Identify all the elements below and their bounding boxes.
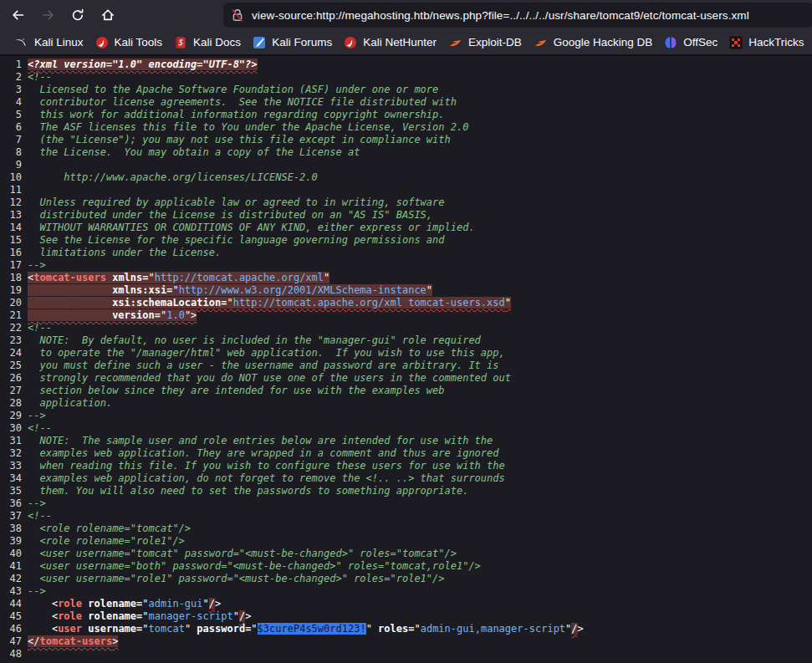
code-token: " (251, 623, 257, 635)
line-number: 14 (0, 222, 28, 234)
code-token: " (203, 598, 209, 609)
source-line: 7 (the "License"); you may not use this … (0, 134, 812, 146)
source-line: 17--> (0, 259, 812, 272)
line-number: 16 (0, 247, 28, 259)
code-token: username= (82, 623, 142, 635)
line-code: <role rolename="manager-script"/> (28, 610, 251, 623)
back-button[interactable] (5, 3, 30, 27)
code-token: > (245, 610, 251, 622)
source-line: 8 the License. You may obtain a copy of … (0, 146, 812, 159)
line-code: limitations under the License. (28, 247, 221, 259)
source-line: 36--> (0, 497, 812, 510)
line-number: 2 (0, 71, 28, 84)
home-button[interactable] (95, 3, 120, 27)
line-code: WITHOUT WARRANTIES OR CONDITIONS OF ANY … (28, 222, 475, 234)
bookmark-label: Kali Docs (193, 36, 241, 48)
line-number: 33 (0, 460, 28, 472)
line-number: 35 (0, 485, 28, 497)
bookmark-item-kali-linux[interactable]: Kali Linux (8, 33, 89, 52)
bookmark-item-hacktricks[interactable]: HackTricks (723, 33, 809, 52)
code-token: <?xml version="1.0" encoding="UTF-8"?> (28, 59, 258, 70)
code-token: <!-- (28, 71, 52, 83)
source-line: 26 strongly recommended that you do NOT … (0, 372, 812, 385)
bookmark-label: Kali NetHunter (363, 36, 437, 48)
forward-button[interactable] (35, 3, 60, 27)
code-token: Unless required by applicable law or agr… (28, 196, 445, 208)
source-line: 31 NOTE: The sample user and role entrie… (0, 435, 812, 447)
code-token: NOTE: The sample user and role entries b… (28, 435, 493, 446)
bookmark-item-exploit-db[interactable]: Exploit-DB (442, 33, 528, 52)
line-code: <!-- (28, 71, 52, 84)
source-line: 15 See the License for the specific lang… (0, 234, 812, 247)
insecure-lock-icon[interactable] (231, 8, 244, 23)
code-token: distributed under the License is distrib… (28, 209, 432, 221)
source-line: 10 http://www.apache.org/licenses/LICENS… (0, 171, 812, 184)
source-line: 48 (0, 648, 812, 660)
source-line: 42 <user username="role1" password="<mus… (0, 573, 812, 585)
code-token: " (324, 272, 329, 283)
bookmark-item-kali-forums[interactable]: Kali Forums (247, 33, 338, 52)
line-code: to operate the "/manager/html" web appli… (28, 347, 505, 360)
line-number: 37 (0, 510, 28, 523)
source-line: 46 <user username="tomcat" password="$3c… (0, 623, 812, 635)
bookmark-item-kali-docs[interactable]: Kali Docs (168, 33, 247, 52)
code-token: this work for additional information reg… (28, 109, 445, 120)
line-code: examples web application. They are wrapp… (28, 447, 499, 460)
line-code: <role rolename="role1"/> (28, 535, 185, 548)
line-number: 41 (0, 560, 28, 573)
line-number: 46 (0, 623, 28, 635)
source-line: 22<!-- (0, 322, 812, 334)
code-token: <user username="role1" password="<must-b… (28, 573, 445, 584)
hacktricks-icon (729, 36, 743, 49)
source-line: 29--> (0, 410, 812, 422)
line-code: <!-- (28, 422, 52, 435)
line-code: strongly recommended that you do NOT use… (28, 372, 511, 385)
bookmark-item-kali-tools[interactable]: Kali Tools (89, 33, 169, 52)
line-number: 12 (0, 196, 28, 209)
exploit-db-icon (448, 36, 462, 49)
source-line: 4 contributor license agreements. See th… (0, 96, 812, 109)
line-code: Licensed to the Apache Software Foundati… (28, 84, 438, 96)
code-token: (the "License"); you may not use this fi… (28, 134, 451, 145)
line-number: 40 (0, 548, 28, 560)
reload-button[interactable] (65, 3, 90, 27)
bookmark-item-ghdb[interactable]: Google Hacking DB (528, 33, 659, 52)
line-number: 36 (0, 497, 28, 510)
code-token: contributor license agreements. See the … (28, 96, 457, 108)
code-token: tomcat-users (33, 272, 106, 283)
code-token: " (233, 610, 239, 622)
line-code: <role rolename="tomcat"/> (28, 523, 191, 535)
bookmark-label: OffSec (683, 36, 718, 48)
code-token: --> (28, 410, 46, 421)
bookmark-item-offsec[interactable]: OffSec (658, 33, 723, 52)
source-line: 39 <role rolename="role1"/> (0, 535, 812, 548)
line-number: 45 (0, 610, 28, 623)
code-token: examples web application, do not forget … (28, 472, 505, 484)
line-code: --> (28, 410, 46, 422)
code-token: <!-- (28, 510, 52, 522)
bookmark-label: Kali Tools (115, 36, 163, 48)
url-bar[interactable]: view-source:http://megahosting.htb/news.… (224, 3, 812, 27)
line-code: them. You will also need to set the pass… (28, 485, 468, 497)
line-code: NOTE: By default, no user is included in… (28, 334, 481, 347)
code-token: " (426, 284, 432, 296)
code-token: roles= (372, 623, 415, 635)
line-number: 10 (0, 171, 28, 184)
line-number: 42 (0, 573, 28, 585)
source-line: 34 examples web application, do not forg… (0, 472, 812, 485)
code-token: version= (28, 309, 161, 321)
code-token: http://www.w3.org/2001/XMLSchema-instanc… (179, 284, 426, 296)
line-number: 19 (0, 284, 28, 297)
code-token: < (28, 610, 58, 622)
line-number: 9 (0, 159, 28, 171)
line-number: 13 (0, 209, 28, 222)
source-line: 21 version="1.0"> (0, 309, 812, 322)
nav-toolbar: view-source:http://megahosting.htb/news.… (0, 0, 812, 30)
source-line: 33 when reading this file. If you wish t… (0, 460, 812, 472)
code-token: xmlns= (106, 272, 149, 283)
code-token: xsi:schemaLocation= (28, 297, 227, 309)
code-token: --> (28, 259, 46, 271)
bookmark-item-kali-nethunter[interactable]: Kali NetHunter (338, 33, 442, 52)
line-code: you must define such a user - the userna… (28, 360, 499, 372)
source-line: 40 <user username="tomcat" password="<mu… (0, 548, 812, 560)
